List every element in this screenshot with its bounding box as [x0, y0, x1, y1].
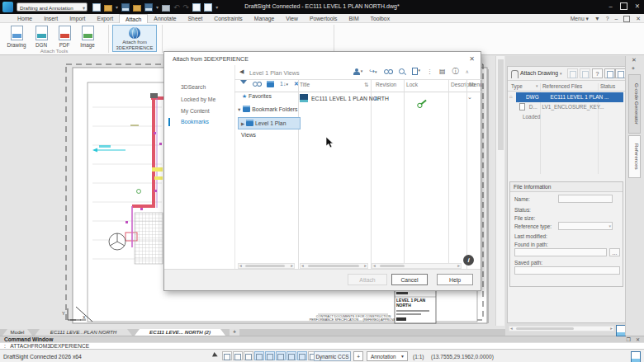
- name-field[interactable]: [558, 195, 613, 203]
- workspace-select[interactable]: Drafting and Annotation ▾: [17, 2, 88, 12]
- open-file-icon[interactable]: [104, 5, 112, 12]
- collapsed-arrow-icon[interactable]: ▶: [241, 121, 244, 126]
- column-menu[interactable]: Menu: [469, 82, 483, 87]
- found-in-path-field[interactable]: [514, 248, 607, 256]
- browse-button[interactable]: ...: [609, 248, 620, 256]
- chevron-down-icon[interactable]: ▾: [215, 4, 218, 10]
- chevron-down-icon[interactable]: ▾: [116, 4, 118, 10]
- row-menu-icon[interactable]: ⌄: [467, 94, 472, 101]
- save-icon[interactable]: [121, 3, 130, 12]
- doc-close-button[interactable]: ✕: [636, 16, 641, 22]
- close-button[interactable]: ✕: [635, 2, 640, 10]
- tree-root-icon[interactable]: ⌂: [509, 94, 513, 99]
- help-button[interactable]: Help: [437, 274, 473, 285]
- column-title[interactable]: Title: [300, 82, 310, 87]
- tab-sheet[interactable]: Sheet: [182, 14, 209, 23]
- nav-bookmarks[interactable]: Bookmarks: [181, 119, 209, 125]
- column-lock[interactable]: Lock: [406, 82, 418, 87]
- attach-dgn-button[interactable]: DGN: [30, 26, 53, 50]
- copy-settings-icon[interactable]: [192, 3, 201, 12]
- tab-sheet-1[interactable]: EC111 LEVE...PLAN NORTH: [35, 329, 132, 336]
- sort-indicator-icon[interactable]: ⇅: [364, 82, 369, 88]
- list-view-icon[interactable]: ▤: [439, 68, 446, 75]
- dialog-close-icon[interactable]: ✕: [469, 55, 475, 63]
- tab-bim[interactable]: BIM: [343, 14, 365, 23]
- expanded-arrow-icon[interactable]: ▼: [237, 107, 241, 112]
- doc-restore-button[interactable]: [623, 16, 630, 22]
- column-referenced-files[interactable]: Referenced Files: [542, 83, 582, 89]
- saved-path-field[interactable]: [514, 266, 620, 275]
- collapse-icon[interactable]: ∧: [466, 68, 469, 74]
- open-reference-button[interactable]: [604, 68, 615, 78]
- share-button[interactable]: ↪▾: [369, 68, 376, 75]
- reference-row-dwg[interactable]: DWG EC111 LEVEL 1 PLAN ...: [516, 92, 623, 102]
- palette-title[interactable]: Attach Drawing ▾: [520, 70, 562, 76]
- tab-home[interactable]: Home: [12, 14, 38, 23]
- menu-dropdown[interactable]: Menu ▾: [571, 16, 589, 22]
- drawing-status-icon[interactable]: [631, 351, 641, 362]
- palette-close-icon[interactable]: ✕: [632, 57, 637, 63]
- nav-locked-by-me[interactable]: Locked by Me: [181, 96, 215, 102]
- list-info-button[interactable]: i: [463, 255, 474, 266]
- member-filter-button[interactable]: ▾: [353, 68, 363, 75]
- help-button[interactable]: ?: [606, 16, 609, 21]
- tab-references[interactable]: References: [628, 135, 641, 178]
- file-information-header[interactable]: File Information: [510, 182, 623, 192]
- nav-my-content[interactable]: My Content: [181, 108, 210, 114]
- library-icon[interactable]: [267, 81, 274, 87]
- pin-ribbon-icon[interactable]: ▼: [594, 16, 600, 21]
- attach-pdf-button[interactable]: PDF: [53, 26, 76, 50]
- print-icon[interactable]: [162, 5, 170, 12]
- tab-powertools[interactable]: Powertools: [304, 14, 343, 23]
- add-sheet-button[interactable]: +: [230, 329, 239, 336]
- back-icon[interactable]: ◀: [239, 68, 244, 75]
- pointer-icon[interactable]: [211, 351, 221, 360]
- canvas-vertical-scrollbar[interactable]: [495, 56, 504, 326]
- tab-model[interactable]: Model: [2, 329, 32, 336]
- esnap-toggle-icon[interactable]: [265, 351, 275, 360]
- info-icon[interactable]: ⓘ: [452, 67, 459, 76]
- column-status[interactable]: Status: [600, 83, 615, 89]
- doc-minimize-button[interactable]: –: [615, 16, 618, 21]
- nav-3dsearch[interactable]: 3DSearch: [181, 84, 206, 90]
- reference-type-select[interactable]: ▾: [558, 222, 613, 230]
- find-icon[interactable]: [253, 82, 261, 87]
- tree-item-bookmark-folders[interactable]: ▼ Bookmark Folders: [237, 106, 297, 112]
- attach-button[interactable]: Attach: [348, 274, 387, 285]
- polar-toggle-icon[interactable]: [254, 351, 264, 360]
- tree-item-favorites[interactable]: ★ Favorites: [242, 93, 272, 100]
- tab-gcode-generator[interactable]: G-code Generator: [628, 74, 641, 134]
- etrack-toggle-icon[interactable]: [276, 351, 286, 360]
- open-folder-icon[interactable]: [133, 5, 141, 12]
- columns-hscrollbar[interactable]: ◂▸: [372, 263, 462, 269]
- more-options-icon[interactable]: ⋮: [427, 68, 433, 75]
- attach-image-button[interactable]: Image: [76, 26, 99, 50]
- maximize-button[interactable]: [620, 2, 627, 10]
- cancel-button[interactable]: Cancel: [391, 274, 428, 285]
- chevron-down-icon[interactable]: ▾: [156, 4, 159, 10]
- filter-funnel-icon[interactable]: [240, 80, 247, 87]
- lineweight-toggle-icon[interactable]: [297, 351, 307, 360]
- palette-help-button[interactable]: ?: [592, 68, 603, 78]
- tab-view[interactable]: View: [280, 14, 304, 23]
- new-document-button[interactable]: ▾: [412, 68, 421, 75]
- column-revision[interactable]: Revision: [376, 82, 396, 87]
- title-column-hscrollbar[interactable]: ◂▸: [300, 263, 368, 269]
- column-type[interactable]: Type: [511, 83, 523, 89]
- palette-hscrollbar[interactable]: ◂▸: [509, 326, 614, 331]
- tab-toolbox[interactable]: Toolbox: [365, 14, 395, 23]
- tree-item-level1-plan-views[interactable]: ▶ Level 1 Plan Views: [238, 117, 301, 129]
- tree-hscrollbar[interactable]: ◂▸: [238, 263, 295, 269]
- command-window-header[interactable]: Command Window ❐ ✕: [0, 336, 644, 342]
- command-input-line[interactable]: : _ATTACHFROM3DEXPERIENCE: [0, 342, 644, 349]
- tab-manage[interactable]: Manage: [249, 14, 281, 23]
- ortho-toggle-icon[interactable]: [244, 351, 253, 360]
- save-all-icon[interactable]: [144, 3, 153, 12]
- tab-attach[interactable]: Attach: [119, 14, 148, 23]
- tab-export[interactable]: Export: [91, 14, 119, 23]
- tab-import[interactable]: Import: [64, 14, 91, 23]
- sort-button[interactable]: 1↓▾: [280, 81, 288, 87]
- dynamic-input-toggle-icon[interactable]: [286, 351, 296, 360]
- annotation-scale-select[interactable]: Annotation ▼: [367, 351, 408, 361]
- tab-insert[interactable]: Insert: [38, 14, 64, 23]
